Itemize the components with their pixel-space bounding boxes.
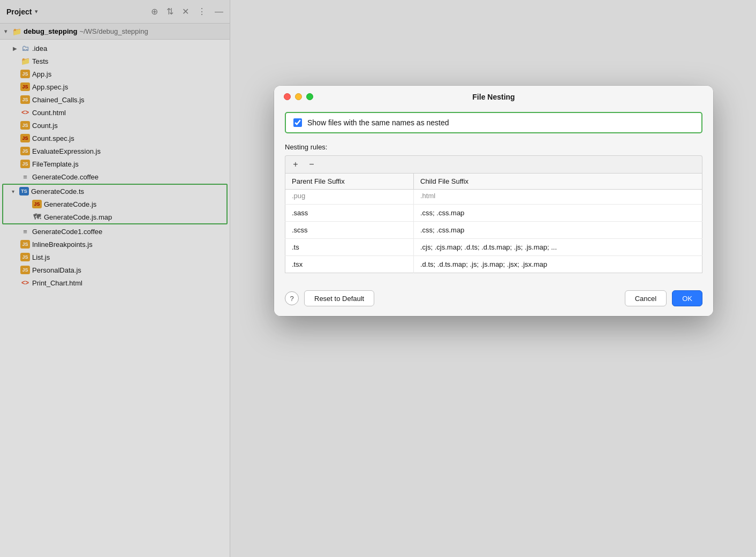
nesting-rules-table: Parent File Suffix Child File Suffix .pu…: [285, 173, 702, 273]
child-suffix: .css; .css.map: [414, 222, 702, 239]
child-suffix: .html: [414, 190, 702, 205]
col-child-header: Child File Suffix: [414, 174, 702, 190]
footer-left: ? Reset to Default: [285, 290, 374, 306]
traffic-lights: [284, 93, 313, 100]
child-suffix: .css; .css.map: [414, 205, 702, 222]
parent-suffix: .pug: [285, 190, 414, 205]
table-row[interactable]: .tsx .d.ts; .d.ts.map; .js; .js.map; .js…: [285, 256, 702, 273]
table-toolbar: + −: [285, 155, 702, 173]
table-row[interactable]: .pug .html: [285, 190, 702, 205]
child-suffix: .d.ts; .d.ts.map; .js; .js.map; .jsx; .j…: [414, 256, 702, 273]
parent-suffix: .tsx: [285, 256, 414, 273]
nesting-rules-label: Nesting rules:: [285, 143, 702, 151]
maximize-button[interactable]: [306, 93, 313, 100]
ok-button[interactable]: OK: [672, 290, 702, 306]
help-button[interactable]: ?: [285, 291, 299, 305]
close-button[interactable]: [284, 93, 291, 100]
dialog-body: Show files with the same names as nested…: [274, 106, 713, 283]
dialog-footer: ? Reset to Default Cancel OK: [274, 283, 713, 316]
parent-suffix: .ts: [285, 239, 414, 256]
minimize-button[interactable]: [295, 93, 302, 100]
show-nested-label: Show files with the same names as nested: [307, 118, 449, 127]
remove-rule-button[interactable]: −: [306, 159, 317, 170]
show-nested-checkbox[interactable]: [293, 118, 302, 127]
file-nesting-dialog: File Nesting Show files with the same na…: [274, 86, 713, 316]
child-suffix: .cjs; .cjs.map; .d.ts; .d.ts.map; .js; .…: [414, 239, 702, 256]
dialog-titlebar: File Nesting: [274, 86, 713, 106]
footer-right: Cancel OK: [625, 290, 702, 306]
reset-to-default-button[interactable]: Reset to Default: [304, 290, 374, 306]
parent-suffix: .sass: [285, 205, 414, 222]
show-nested-checkbox-row[interactable]: Show files with the same names as nested: [285, 112, 702, 133]
add-rule-button[interactable]: +: [290, 159, 301, 170]
cancel-button[interactable]: Cancel: [625, 290, 667, 306]
col-parent-header: Parent File Suffix: [285, 174, 414, 190]
dialog-overlay: File Nesting Show files with the same na…: [0, 0, 756, 557]
parent-suffix: .scss: [285, 222, 414, 239]
table-row[interactable]: .sass .css; .css.map: [285, 205, 702, 222]
dialog-title: File Nesting: [472, 93, 515, 101]
table-row[interactable]: .ts .cjs; .cjs.map; .d.ts; .d.ts.map; .j…: [285, 239, 702, 256]
table-row[interactable]: .scss .css; .css.map: [285, 222, 702, 239]
